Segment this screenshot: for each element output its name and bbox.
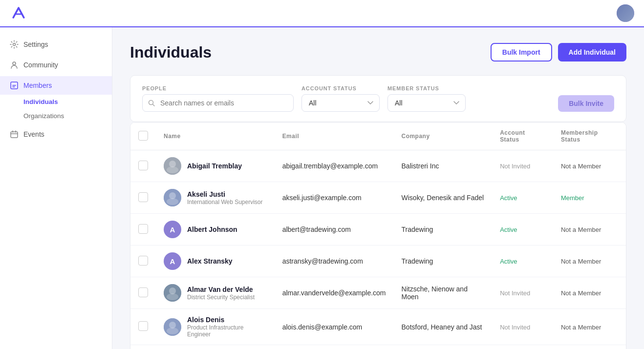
email-column-header: Email	[275, 123, 394, 150]
company-cell: Nitzsche, Nienow and Moen	[394, 277, 493, 309]
svg-point-6	[169, 161, 176, 167]
row-checkbox[interactable]	[138, 224, 148, 234]
row-checkbox[interactable]	[138, 287, 148, 297]
sidebar-section-events: Events	[0, 125, 112, 144]
search-wrap	[142, 94, 294, 112]
person-name: Alois Denis	[187, 316, 267, 324]
membership-status-badge: Member	[561, 194, 584, 202]
company-cell: Balistreri Inc	[394, 150, 493, 182]
svg-point-13	[167, 293, 178, 300]
row-checkbox-cell	[130, 345, 156, 349]
sidebar-item-events[interactable]: Events	[0, 125, 112, 144]
row-checkbox[interactable]	[138, 256, 148, 266]
bulk-import-button[interactable]: Bulk Import	[491, 43, 552, 62]
person-avatar	[164, 189, 181, 206]
membership-status-cell: Not a Member	[553, 246, 626, 277]
person-avatar	[164, 157, 181, 175]
content-area: Individuals Bulk Import Add Individual P…	[112, 27, 644, 349]
company-cell: Tradewing	[394, 214, 493, 246]
search-input[interactable]	[142, 94, 294, 112]
sidebar-section-members: Members Individuals Organizations	[0, 76, 112, 123]
table-row: Akseli Justi International Web Superviso…	[130, 182, 626, 214]
settings-label: Settings	[23, 41, 48, 48]
sidebar-section-settings: Settings	[0, 35, 112, 54]
membership-status-cell: Not a Member	[553, 214, 626, 246]
table-row: A Alex Stransky astransky@tradewing.com …	[130, 246, 626, 277]
row-checkbox-cell	[130, 309, 156, 345]
row-checkbox[interactable]	[138, 161, 148, 170]
email-cell: akseli.justi@example.com	[275, 182, 394, 214]
person-info: Alois Denis Product Infrastructure Engin…	[187, 316, 267, 338]
person-cell: Akseli Justi International Web Superviso…	[164, 189, 267, 206]
community-icon	[10, 61, 19, 69]
sidebar-item-organizations[interactable]: Organizations	[23, 109, 112, 123]
membership-status-badge: Not a Member	[561, 324, 601, 331]
account-status-select[interactable]: All Active Not Invited Invited	[301, 94, 380, 112]
sidebar-item-community[interactable]: Community	[0, 56, 112, 74]
user-avatar[interactable]	[617, 4, 634, 22]
row-checkbox-cell	[130, 246, 156, 277]
person-avatar	[164, 284, 181, 302]
email-cell: albert@tradewing.com	[275, 214, 394, 246]
company-column-header: Company	[394, 123, 493, 150]
name-cell: Amber Baker	[156, 345, 275, 349]
row-checkbox-cell	[130, 277, 156, 309]
svg-point-16	[167, 328, 178, 334]
svg-rect-3	[11, 132, 18, 138]
search-icon	[148, 100, 155, 106]
sidebar-item-settings[interactable]: Settings	[0, 35, 112, 54]
table-row: A Albert Johnson albert@tradewing.com Tr…	[130, 214, 626, 246]
svg-point-9	[169, 192, 176, 199]
account-status-badge: Active	[500, 258, 517, 265]
svg-point-7	[167, 166, 178, 173]
table-row: Amber Baker amber.baker@tradewing.com No…	[130, 345, 626, 349]
person-info: Albert Johnson	[187, 226, 237, 233]
person-title: Product Infrastructure Engineer	[187, 324, 267, 338]
people-filter-label: PEOPLE	[142, 85, 294, 91]
row-checkbox-cell	[130, 214, 156, 246]
account-status-cell: Active	[492, 214, 553, 246]
sidebar-item-individuals[interactable]: Individuals	[23, 95, 112, 109]
add-individual-button[interactable]: Add Individual	[558, 43, 626, 62]
member-status-label: MEMBER STATUS	[387, 85, 466, 91]
topbar	[0, 0, 644, 27]
table-row: Abigail Tremblay abigail.tremblay@exampl…	[130, 150, 626, 182]
company-cell: Tradewing	[394, 246, 493, 277]
members-label: Members	[23, 82, 52, 89]
person-info: Akseli Justi International Web Superviso…	[187, 190, 263, 205]
person-name: Alex Stransky	[187, 257, 233, 265]
person-avatar	[164, 318, 181, 336]
membership-status-cell: Member	[553, 182, 626, 214]
gear-icon	[10, 40, 19, 49]
logo[interactable]	[10, 4, 27, 22]
name-cell: Almar Van der Velde District Security Sp…	[156, 277, 275, 309]
select-all-checkbox[interactable]	[138, 131, 148, 141]
email-cell: almar.vandervelde@example.com	[275, 277, 394, 309]
account-status-cell: Not Invited	[492, 277, 553, 309]
table-row: Almar Van der Velde District Security Sp…	[130, 277, 626, 309]
company-cell: Wisoky, Denesik and Fadel	[394, 182, 493, 214]
membership-status-badge: Not a Member	[561, 289, 601, 297]
svg-point-0	[13, 43, 16, 46]
company-cell	[394, 345, 493, 349]
person-title: District Security Specialist	[187, 294, 255, 301]
person-name: Akseli Justi	[187, 190, 263, 198]
email-cell: amber.baker@tradewing.com	[275, 345, 394, 349]
page-header: Individuals Bulk Import Add Individual	[130, 43, 626, 62]
page-title: Individuals	[130, 43, 212, 62]
name-cell: Alois Denis Product Infrastructure Engin…	[156, 309, 275, 345]
sidebar-item-members[interactable]: Members	[0, 76, 112, 95]
row-checkbox[interactable]	[138, 321, 148, 331]
email-cell: abigail.tremblay@example.com	[275, 150, 394, 182]
member-status-select[interactable]: All Member Not a Member	[387, 94, 466, 112]
person-avatar: A	[164, 252, 181, 270]
row-checkbox[interactable]	[138, 192, 148, 202]
sidebar: Settings Community	[0, 27, 112, 349]
bulk-invite-button[interactable]: Bulk Invite	[558, 95, 614, 112]
person-name: Almar Van der Velde	[187, 286, 255, 293]
person-cell: A Alex Stransky	[164, 252, 267, 270]
sidebar-section-community: Community	[0, 56, 112, 74]
account-status-badge: Not Invited	[500, 289, 530, 297]
filter-actions: Bulk Invite	[558, 95, 614, 112]
name-cell: A Albert Johnson	[156, 214, 275, 246]
